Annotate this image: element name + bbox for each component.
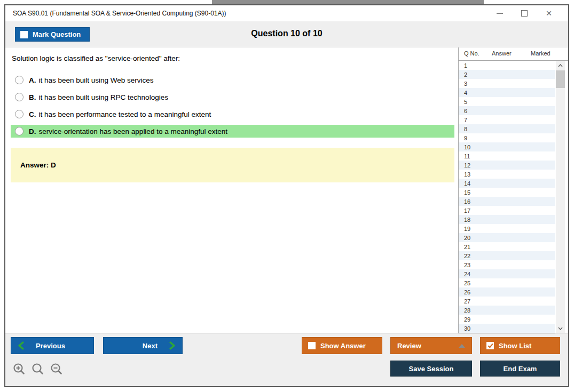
question-number: 12 bbox=[459, 162, 470, 169]
table-row[interactable]: 25 bbox=[459, 278, 555, 287]
close-icon[interactable]: × bbox=[545, 9, 553, 18]
table-row[interactable]: 5 bbox=[459, 97, 555, 106]
show-list-checkbox[interactable] bbox=[486, 342, 494, 349]
table-row[interactable]: 16 bbox=[459, 197, 555, 206]
table-row[interactable]: 21 bbox=[459, 242, 555, 251]
table-row[interactable]: 14 bbox=[459, 179, 555, 188]
question-header: Mark Question Question 10 of 10 bbox=[5, 21, 568, 47]
question-number: 27 bbox=[459, 298, 470, 305]
zoom-out-icon[interactable] bbox=[49, 362, 64, 377]
column-qno: Q No. bbox=[464, 50, 479, 57]
table-row[interactable]: 13 bbox=[459, 170, 555, 179]
question-number: 16 bbox=[459, 198, 470, 205]
save-session-label: Save Session bbox=[409, 365, 454, 373]
maximize-icon[interactable] bbox=[520, 9, 529, 18]
question-list-panel: Q No. Answer Marked 12345678910111213141… bbox=[459, 47, 568, 333]
table-row[interactable]: 22 bbox=[459, 251, 555, 260]
question-list: 1234567891011121314151617181920212223242… bbox=[459, 61, 555, 333]
question-number: 28 bbox=[459, 307, 470, 314]
option-text: service-orientation has been applied to … bbox=[39, 127, 227, 135]
answer-box: Answer: D bbox=[11, 148, 454, 182]
table-row[interactable]: 19 bbox=[459, 224, 555, 233]
question-number: 26 bbox=[459, 289, 470, 295]
table-row[interactable]: 7 bbox=[459, 115, 555, 124]
question-number: 11 bbox=[459, 153, 470, 159]
question-number: 20 bbox=[459, 235, 470, 241]
next-label: Next bbox=[143, 342, 158, 350]
table-row[interactable]: 28 bbox=[459, 306, 555, 315]
question-number: 22 bbox=[459, 253, 470, 259]
question-number: 18 bbox=[459, 217, 470, 223]
table-row[interactable]: 24 bbox=[459, 269, 555, 278]
scrollbar-thumb[interactable] bbox=[556, 70, 565, 88]
question-number: 1 bbox=[459, 62, 467, 69]
option-text: it has been built using Web services bbox=[39, 76, 154, 84]
option-letter: D. bbox=[29, 127, 36, 135]
table-row[interactable]: 3 bbox=[459, 79, 555, 88]
show-list-button[interactable]: Show List bbox=[480, 337, 560, 354]
minimize-icon[interactable] bbox=[496, 9, 504, 18]
question-counter: Question 10 of 10 bbox=[5, 29, 568, 38]
question-number: 24 bbox=[459, 271, 470, 277]
table-row[interactable]: 20 bbox=[459, 233, 555, 242]
question-text: Solution logic is classified as "service… bbox=[12, 54, 180, 62]
question-number: 3 bbox=[459, 81, 467, 87]
option-b[interactable]: B. it has been built using RPC technolog… bbox=[11, 91, 454, 103]
title-bar: SOA S90.01 (Fundamental SOA & Service-Or… bbox=[5, 5, 568, 21]
scroll-up-icon[interactable] bbox=[556, 61, 565, 70]
chevron-right-icon bbox=[169, 341, 176, 350]
zoom-reset-icon[interactable] bbox=[30, 362, 45, 377]
table-row[interactable]: 10 bbox=[459, 142, 555, 151]
save-session-button[interactable]: Save Session bbox=[390, 361, 472, 377]
table-row[interactable]: 30 bbox=[459, 324, 555, 333]
table-row[interactable]: 15 bbox=[459, 188, 555, 197]
radio-icon[interactable] bbox=[15, 127, 23, 135]
table-row[interactable]: 26 bbox=[459, 287, 555, 297]
review-label: Review bbox=[397, 342, 421, 350]
scroll-down-icon[interactable] bbox=[556, 324, 565, 333]
table-row[interactable]: 1 bbox=[459, 61, 555, 70]
option-letter: B. bbox=[29, 93, 36, 101]
option-c[interactable]: C. it has been performance tested to a m… bbox=[11, 108, 454, 121]
show-list-label: Show List bbox=[499, 342, 531, 350]
previous-button[interactable]: Previous bbox=[11, 337, 94, 354]
table-row[interactable]: 29 bbox=[459, 315, 555, 324]
table-row[interactable]: 18 bbox=[459, 215, 555, 224]
review-button[interactable]: Review bbox=[390, 337, 472, 354]
table-row[interactable]: 23 bbox=[459, 260, 555, 269]
question-number: 5 bbox=[459, 99, 467, 105]
show-answer-button[interactable]: Show Answer bbox=[302, 337, 382, 354]
end-exam-button[interactable]: End Exam bbox=[480, 361, 560, 377]
table-row[interactable]: 8 bbox=[459, 124, 555, 133]
zoom-in-icon[interactable] bbox=[12, 362, 27, 377]
radio-icon[interactable] bbox=[15, 93, 23, 101]
question-number: 13 bbox=[459, 171, 470, 178]
question-number: 4 bbox=[459, 90, 467, 96]
table-row[interactable]: 2 bbox=[459, 70, 555, 79]
table-row[interactable]: 27 bbox=[459, 297, 555, 306]
option-d[interactable]: D. service-orientation has been applied … bbox=[11, 125, 454, 138]
radio-icon[interactable] bbox=[15, 76, 23, 84]
previous-label: Previous bbox=[36, 342, 65, 350]
scrollbar[interactable] bbox=[556, 61, 565, 333]
question-number: 10 bbox=[459, 144, 470, 150]
exam-window: SOA S90.01 (Fundamental SOA & Service-Or… bbox=[4, 4, 569, 387]
check-icon bbox=[487, 343, 493, 349]
next-button[interactable]: Next bbox=[103, 337, 183, 354]
show-answer-checkbox[interactable] bbox=[308, 342, 316, 349]
table-row[interactable]: 17 bbox=[459, 206, 555, 215]
option-letter: C. bbox=[29, 110, 36, 118]
radio-icon[interactable] bbox=[15, 110, 23, 118]
option-a[interactable]: A. it has been built using Web services bbox=[11, 74, 454, 86]
question-number: 17 bbox=[459, 207, 470, 214]
question-number: 19 bbox=[459, 226, 470, 232]
table-row[interactable]: 6 bbox=[459, 106, 555, 115]
table-row[interactable]: 12 bbox=[459, 161, 555, 170]
table-row[interactable]: 4 bbox=[459, 88, 555, 97]
table-row[interactable]: 9 bbox=[459, 133, 555, 142]
table-row[interactable]: 11 bbox=[459, 151, 555, 161]
chevron-left-icon bbox=[18, 341, 24, 350]
question-number: 14 bbox=[459, 180, 470, 187]
question-number: 25 bbox=[459, 280, 470, 286]
question-number: 9 bbox=[459, 135, 467, 141]
